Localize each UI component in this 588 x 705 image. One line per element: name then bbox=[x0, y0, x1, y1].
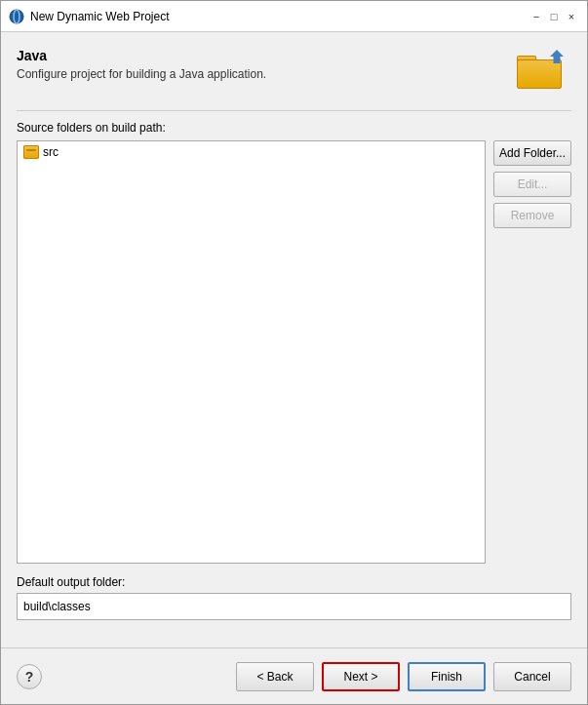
svg-point-0 bbox=[10, 10, 23, 23]
package-icon bbox=[23, 144, 39, 160]
window-title: New Dynamic Web Project bbox=[30, 10, 529, 23]
back-button[interactable]: < Back bbox=[236, 662, 314, 691]
side-buttons: Add Folder... Edit... Remove bbox=[493, 140, 571, 564]
maximize-button[interactable]: □ bbox=[546, 9, 562, 24]
header-icon bbox=[517, 48, 571, 97]
folder-body bbox=[517, 59, 562, 89]
header-section: Java Configure project for building a Ja… bbox=[17, 48, 571, 97]
header-title: Java bbox=[17, 48, 517, 63]
list-item[interactable]: src bbox=[18, 141, 485, 163]
source-folders-list[interactable]: src bbox=[17, 140, 486, 564]
window-controls: − □ × bbox=[529, 9, 579, 24]
header-subtitle: Configure project for building a Java ap… bbox=[17, 67, 517, 81]
output-section: Default output folder: bbox=[17, 575, 571, 620]
title-bar: New Dynamic Web Project − □ × bbox=[1, 1, 587, 32]
window-icon bbox=[9, 9, 24, 24]
next-button[interactable]: Next > bbox=[322, 662, 400, 691]
output-folder-label: Default output folder: bbox=[17, 575, 571, 589]
remove-button[interactable]: Remove bbox=[493, 203, 571, 228]
source-section-label: Source folders on build path: bbox=[17, 121, 571, 135]
finish-button[interactable]: Finish bbox=[408, 662, 486, 691]
nav-buttons: < Back Next > Finish Cancel bbox=[236, 662, 571, 691]
output-folder-input[interactable] bbox=[17, 593, 571, 620]
header-text: Java Configure project for building a Ja… bbox=[17, 48, 517, 81]
add-folder-button[interactable]: Add Folder... bbox=[493, 140, 571, 166]
minimize-button[interactable]: − bbox=[529, 9, 544, 24]
close-button[interactable]: × bbox=[564, 9, 579, 24]
bottom-bar: ? < Back Next > Finish Cancel bbox=[1, 647, 587, 704]
dialog-content: Java Configure project for building a Ja… bbox=[1, 32, 587, 647]
list-item-label: src bbox=[43, 145, 59, 159]
dialog-window: New Dynamic Web Project − □ × Java Confi… bbox=[0, 0, 588, 705]
cancel-button[interactable]: Cancel bbox=[493, 662, 571, 691]
help-button[interactable]: ? bbox=[17, 664, 42, 689]
edit-button[interactable]: Edit... bbox=[493, 172, 571, 197]
divider bbox=[17, 110, 571, 111]
java-folder-icon bbox=[517, 48, 566, 89]
main-panel: src Add Folder... Edit... Remove bbox=[17, 140, 571, 564]
